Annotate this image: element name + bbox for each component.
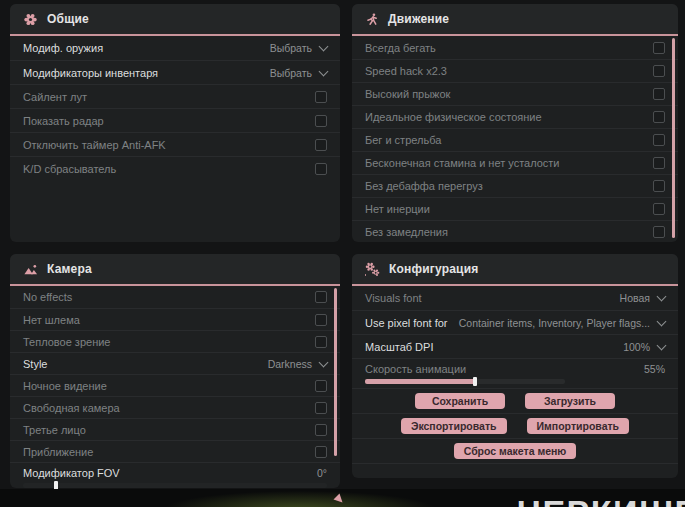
checkbox[interactable] [653, 226, 665, 238]
slider-fill [23, 483, 56, 488]
checkbox[interactable] [653, 180, 665, 192]
setting-row-dropdown: Visuals fontНовая [352, 286, 678, 310]
load-button[interactable]: Загрузить [525, 393, 615, 409]
checkbox[interactable] [315, 402, 327, 414]
setting-row-checkbox: Отключить таймер Anti-AFK [10, 132, 340, 156]
runner-icon [365, 12, 379, 27]
import-button[interactable]: Импортировать [527, 418, 630, 434]
checkbox[interactable] [653, 111, 665, 123]
setting-label: Без замедления [365, 226, 448, 238]
checkbox[interactable] [653, 203, 665, 215]
setting-row-checkbox: Высокий прыжок [352, 82, 678, 105]
setting-label: Третье лицо [23, 424, 86, 436]
dropdown-value: Выбрать [270, 67, 312, 79]
checkbox[interactable] [315, 336, 327, 348]
setting-label: Тепловое зрение [23, 336, 110, 348]
setting-row-checkbox: Всегда бегать [352, 36, 678, 59]
setting-label: Сайлент лут [23, 91, 87, 103]
image-icon [23, 262, 38, 277]
dropdown[interactable]: Выбрать [270, 67, 327, 79]
setting-row-checkbox: Тепловое зрение [10, 330, 340, 352]
setting-label: Бег и стрельба [365, 134, 441, 146]
checkbox[interactable] [315, 139, 327, 151]
slider-fill [365, 379, 475, 384]
panel-title: Движение [388, 12, 449, 26]
reset-layout-button[interactable]: Сброс макета меню [454, 443, 577, 459]
dropdown[interactable]: Darkness [268, 358, 327, 370]
setting-label: Модификатор FOV [23, 467, 120, 479]
checkbox[interactable] [315, 424, 327, 436]
scrollbar[interactable] [334, 288, 337, 456]
setting-label: Свободная камера [23, 402, 120, 414]
panel-camera: Камера No effectsНет шлемаТепловое зрени… [10, 254, 340, 488]
dropdown[interactable]: Новая [620, 292, 665, 304]
button-row: СохранитьЗагрузить [352, 388, 678, 413]
setting-label: Модификаторы инвентаря [23, 67, 158, 79]
setting-label: Приближение [23, 446, 93, 458]
setting-label: Высокий прыжок [365, 88, 450, 100]
scrollbar[interactable] [672, 38, 675, 238]
setting-row-checkbox: Приближение [10, 440, 340, 462]
setting-label: Масштаб DPI [365, 341, 433, 353]
panel-title: Общие [47, 12, 89, 26]
panel-config: Конфигурация Visuals fontНоваяUse pixel … [352, 254, 678, 478]
setting-row-checkbox: K/D сбрасыватель [10, 156, 340, 180]
chevron-down-icon [319, 357, 329, 367]
setting-row-checkbox: Свободная камера [10, 396, 340, 418]
setting-row-slider: Модификатор FOV0° [10, 462, 340, 488]
checkbox[interactable] [653, 88, 665, 100]
checkbox[interactable] [653, 157, 665, 169]
panel-header: Конфигурация [352, 254, 678, 286]
setting-label: Всегда бегать [365, 42, 436, 54]
slider-track[interactable] [365, 379, 565, 384]
slider-value: 0° [317, 467, 327, 479]
dropdown[interactable]: 100% [623, 341, 665, 353]
checkbox[interactable] [653, 65, 665, 77]
checkbox[interactable] [315, 163, 327, 175]
setting-row-checkbox: Без замедления [352, 220, 678, 243]
slider-thumb[interactable] [473, 377, 477, 386]
slider-track[interactable] [23, 483, 327, 488]
setting-label: Показать радар [23, 115, 104, 127]
setting-row-checkbox: Нет шлема [10, 308, 340, 330]
setting-row-checkbox: Нет инерции [352, 197, 678, 220]
checkbox[interactable] [315, 91, 327, 103]
dropdown[interactable]: Container items, Inventory, Player flags… [459, 317, 665, 329]
setting-label: Бесконечная стамина и нет усталости [365, 157, 560, 169]
setting-label: No effects [23, 291, 72, 303]
panel-title: Камера [47, 262, 92, 276]
panel-header: Движение [352, 4, 678, 36]
divider [352, 463, 678, 464]
checkbox[interactable] [315, 446, 327, 458]
setting-label: Ночное видение [23, 380, 107, 392]
setting-row-dropdown: Масштаб DPI100% [352, 334, 678, 358]
chevron-down-icon [319, 42, 329, 52]
panel-movement: Движение Всегда бегатьSpeed hack x2.3Выс… [352, 4, 678, 242]
gears-icon [365, 262, 380, 277]
setting-row-checkbox: Ночное видение [10, 374, 340, 396]
dropdown[interactable]: Выбрать [270, 42, 327, 54]
setting-label: Use pixel font for [365, 317, 448, 329]
save-button[interactable]: Сохранить [415, 393, 505, 409]
checkbox[interactable] [653, 134, 665, 146]
button-row: ЭкспортироватьИмпортировать [352, 413, 678, 438]
checkbox[interactable] [315, 380, 327, 392]
gear-icon [23, 12, 38, 27]
setting-label: Нет шлема [23, 314, 80, 326]
dropdown-value: 100% [623, 341, 650, 353]
checkbox[interactable] [315, 115, 327, 127]
setting-label: Идеальное физическое состояние [365, 111, 542, 123]
slider-value: 55% [644, 363, 665, 375]
export-button[interactable]: Экспортировать [401, 418, 507, 434]
background-text: ЧЕРКИШЕ [517, 493, 685, 507]
setting-row-checkbox: Без дебаффа перегруз [352, 174, 678, 197]
chevron-down-icon [657, 340, 667, 350]
checkbox[interactable] [653, 42, 665, 54]
setting-label: Отключить таймер Anti-AFK [23, 139, 166, 151]
panel-header: Камера [10, 254, 340, 286]
panel-title: Конфигурация [389, 262, 478, 276]
checkbox[interactable] [315, 291, 327, 303]
setting-row-checkbox: Показать радар [10, 108, 340, 132]
checkbox[interactable] [315, 314, 327, 326]
setting-row-checkbox: Сайлент лут [10, 84, 340, 108]
